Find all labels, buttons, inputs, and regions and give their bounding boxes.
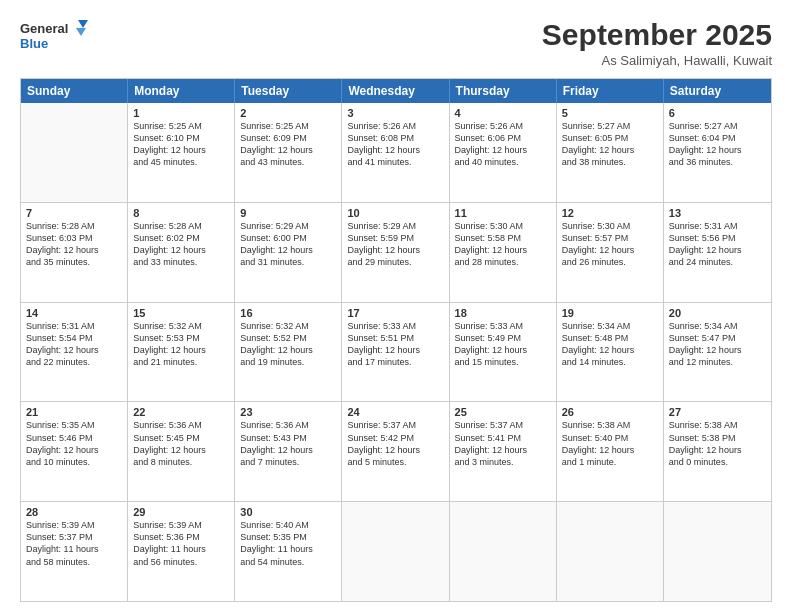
- day-cell-29: 29Sunrise: 5:39 AM Sunset: 5:36 PM Dayli…: [128, 502, 235, 601]
- empty-cell-4-5: [557, 502, 664, 601]
- day-number: 19: [562, 307, 658, 319]
- empty-cell-4-3: [342, 502, 449, 601]
- day-info: Sunrise: 5:28 AM Sunset: 6:02 PM Dayligh…: [133, 220, 229, 269]
- day-info: Sunrise: 5:30 AM Sunset: 5:58 PM Dayligh…: [455, 220, 551, 269]
- empty-cell-4-6: [664, 502, 771, 601]
- day-cell-28: 28Sunrise: 5:39 AM Sunset: 5:37 PM Dayli…: [21, 502, 128, 601]
- day-info: Sunrise: 5:39 AM Sunset: 5:36 PM Dayligh…: [133, 519, 229, 568]
- day-cell-7: 7Sunrise: 5:28 AM Sunset: 6:03 PM Daylig…: [21, 203, 128, 302]
- svg-text:General: General: [20, 21, 68, 36]
- header-day-sunday: Sunday: [21, 79, 128, 103]
- header-day-friday: Friday: [557, 79, 664, 103]
- day-number: 15: [133, 307, 229, 319]
- day-cell-12: 12Sunrise: 5:30 AM Sunset: 5:57 PM Dayli…: [557, 203, 664, 302]
- month-title: September 2025: [542, 18, 772, 51]
- day-number: 21: [26, 406, 122, 418]
- day-cell-5: 5Sunrise: 5:27 AM Sunset: 6:05 PM Daylig…: [557, 103, 664, 202]
- day-info: Sunrise: 5:26 AM Sunset: 6:06 PM Dayligh…: [455, 120, 551, 169]
- day-cell-27: 27Sunrise: 5:38 AM Sunset: 5:38 PM Dayli…: [664, 402, 771, 501]
- day-info: Sunrise: 5:29 AM Sunset: 6:00 PM Dayligh…: [240, 220, 336, 269]
- day-cell-19: 19Sunrise: 5:34 AM Sunset: 5:48 PM Dayli…: [557, 303, 664, 402]
- week-row-1: 7Sunrise: 5:28 AM Sunset: 6:03 PM Daylig…: [21, 202, 771, 302]
- day-cell-3: 3Sunrise: 5:26 AM Sunset: 6:08 PM Daylig…: [342, 103, 449, 202]
- day-info: Sunrise: 5:34 AM Sunset: 5:47 PM Dayligh…: [669, 320, 766, 369]
- svg-marker-3: [76, 28, 86, 36]
- day-number: 29: [133, 506, 229, 518]
- day-cell-16: 16Sunrise: 5:32 AM Sunset: 5:52 PM Dayli…: [235, 303, 342, 402]
- day-info: Sunrise: 5:30 AM Sunset: 5:57 PM Dayligh…: [562, 220, 658, 269]
- day-info: Sunrise: 5:32 AM Sunset: 5:53 PM Dayligh…: [133, 320, 229, 369]
- week-row-0: 1Sunrise: 5:25 AM Sunset: 6:10 PM Daylig…: [21, 103, 771, 202]
- location: As Salimiyah, Hawalli, Kuwait: [542, 53, 772, 68]
- day-info: Sunrise: 5:38 AM Sunset: 5:38 PM Dayligh…: [669, 419, 766, 468]
- day-cell-26: 26Sunrise: 5:38 AM Sunset: 5:40 PM Dayli…: [557, 402, 664, 501]
- day-info: Sunrise: 5:36 AM Sunset: 5:43 PM Dayligh…: [240, 419, 336, 468]
- day-number: 20: [669, 307, 766, 319]
- day-number: 7: [26, 207, 122, 219]
- day-info: Sunrise: 5:31 AM Sunset: 5:54 PM Dayligh…: [26, 320, 122, 369]
- day-info: Sunrise: 5:32 AM Sunset: 5:52 PM Dayligh…: [240, 320, 336, 369]
- day-cell-10: 10Sunrise: 5:29 AM Sunset: 5:59 PM Dayli…: [342, 203, 449, 302]
- day-number: 5: [562, 107, 658, 119]
- empty-cell-4-4: [450, 502, 557, 601]
- day-number: 28: [26, 506, 122, 518]
- day-info: Sunrise: 5:26 AM Sunset: 6:08 PM Dayligh…: [347, 120, 443, 169]
- day-number: 8: [133, 207, 229, 219]
- day-cell-11: 11Sunrise: 5:30 AM Sunset: 5:58 PM Dayli…: [450, 203, 557, 302]
- day-cell-18: 18Sunrise: 5:33 AM Sunset: 5:49 PM Dayli…: [450, 303, 557, 402]
- day-number: 9: [240, 207, 336, 219]
- calendar: SundayMondayTuesdayWednesdayThursdayFrid…: [20, 78, 772, 602]
- day-cell-24: 24Sunrise: 5:37 AM Sunset: 5:42 PM Dayli…: [342, 402, 449, 501]
- header-day-monday: Monday: [128, 79, 235, 103]
- day-cell-6: 6Sunrise: 5:27 AM Sunset: 6:04 PM Daylig…: [664, 103, 771, 202]
- day-info: Sunrise: 5:27 AM Sunset: 6:05 PM Dayligh…: [562, 120, 658, 169]
- svg-marker-2: [78, 20, 88, 28]
- day-cell-23: 23Sunrise: 5:36 AM Sunset: 5:43 PM Dayli…: [235, 402, 342, 501]
- day-number: 17: [347, 307, 443, 319]
- day-cell-21: 21Sunrise: 5:35 AM Sunset: 5:46 PM Dayli…: [21, 402, 128, 501]
- header-day-saturday: Saturday: [664, 79, 771, 103]
- day-cell-20: 20Sunrise: 5:34 AM Sunset: 5:47 PM Dayli…: [664, 303, 771, 402]
- day-number: 1: [133, 107, 229, 119]
- logo: General Blue: [20, 18, 90, 58]
- day-cell-14: 14Sunrise: 5:31 AM Sunset: 5:54 PM Dayli…: [21, 303, 128, 402]
- day-number: 11: [455, 207, 551, 219]
- day-number: 26: [562, 406, 658, 418]
- day-info: Sunrise: 5:27 AM Sunset: 6:04 PM Dayligh…: [669, 120, 766, 169]
- day-info: Sunrise: 5:29 AM Sunset: 5:59 PM Dayligh…: [347, 220, 443, 269]
- day-cell-30: 30Sunrise: 5:40 AM Sunset: 5:35 PM Dayli…: [235, 502, 342, 601]
- day-info: Sunrise: 5:37 AM Sunset: 5:41 PM Dayligh…: [455, 419, 551, 468]
- day-cell-17: 17Sunrise: 5:33 AM Sunset: 5:51 PM Dayli…: [342, 303, 449, 402]
- day-info: Sunrise: 5:38 AM Sunset: 5:40 PM Dayligh…: [562, 419, 658, 468]
- day-number: 16: [240, 307, 336, 319]
- day-info: Sunrise: 5:33 AM Sunset: 5:49 PM Dayligh…: [455, 320, 551, 369]
- day-number: 4: [455, 107, 551, 119]
- day-number: 6: [669, 107, 766, 119]
- day-number: 3: [347, 107, 443, 119]
- day-info: Sunrise: 5:25 AM Sunset: 6:10 PM Dayligh…: [133, 120, 229, 169]
- day-number: 2: [240, 107, 336, 119]
- day-number: 23: [240, 406, 336, 418]
- day-info: Sunrise: 5:34 AM Sunset: 5:48 PM Dayligh…: [562, 320, 658, 369]
- day-info: Sunrise: 5:40 AM Sunset: 5:35 PM Dayligh…: [240, 519, 336, 568]
- day-cell-9: 9Sunrise: 5:29 AM Sunset: 6:00 PM Daylig…: [235, 203, 342, 302]
- day-info: Sunrise: 5:33 AM Sunset: 5:51 PM Dayligh…: [347, 320, 443, 369]
- day-number: 18: [455, 307, 551, 319]
- day-info: Sunrise: 5:39 AM Sunset: 5:37 PM Dayligh…: [26, 519, 122, 568]
- day-number: 13: [669, 207, 766, 219]
- day-number: 14: [26, 307, 122, 319]
- day-number: 24: [347, 406, 443, 418]
- header-day-wednesday: Wednesday: [342, 79, 449, 103]
- day-number: 25: [455, 406, 551, 418]
- day-info: Sunrise: 5:31 AM Sunset: 5:56 PM Dayligh…: [669, 220, 766, 269]
- day-cell-15: 15Sunrise: 5:32 AM Sunset: 5:53 PM Dayli…: [128, 303, 235, 402]
- day-cell-1: 1Sunrise: 5:25 AM Sunset: 6:10 PM Daylig…: [128, 103, 235, 202]
- day-number: 22: [133, 406, 229, 418]
- title-block: September 2025 As Salimiyah, Hawalli, Ku…: [542, 18, 772, 68]
- day-info: Sunrise: 5:37 AM Sunset: 5:42 PM Dayligh…: [347, 419, 443, 468]
- calendar-body: 1Sunrise: 5:25 AM Sunset: 6:10 PM Daylig…: [21, 103, 771, 601]
- svg-text:Blue: Blue: [20, 36, 48, 51]
- day-cell-4: 4Sunrise: 5:26 AM Sunset: 6:06 PM Daylig…: [450, 103, 557, 202]
- day-number: 12: [562, 207, 658, 219]
- day-cell-22: 22Sunrise: 5:36 AM Sunset: 5:45 PM Dayli…: [128, 402, 235, 501]
